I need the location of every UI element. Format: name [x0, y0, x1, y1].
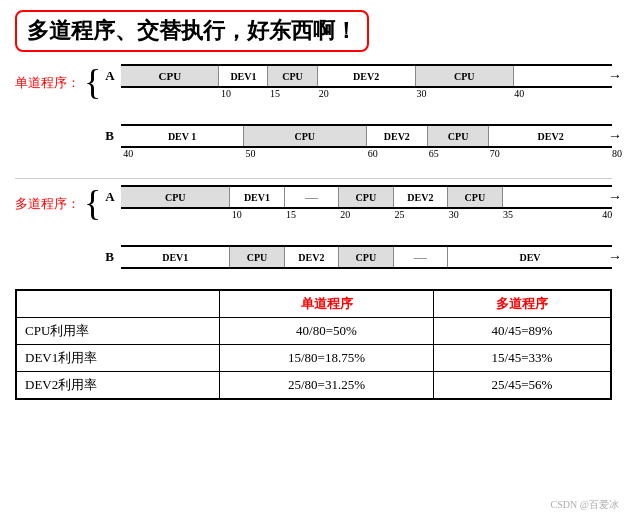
single-label: 单道程序： [15, 64, 80, 92]
val-dev2-multi: 25/45=56% [433, 372, 610, 399]
multi-row-b: B DEV1 CPU DEV2 CPU — DEV → [105, 245, 612, 269]
m-seg-dash-a1: — [285, 187, 339, 207]
m-seg-dev1-b1: DEV1 [121, 247, 230, 267]
seg-cpu-b2: CPU [428, 126, 489, 146]
main-title: 多道程序、交替执行，好东西啊！ [15, 10, 369, 52]
m-tick-25: 25 [395, 209, 405, 220]
multi-brace: { [84, 185, 101, 221]
m-seg-dev1-a1: DEV1 [230, 187, 284, 207]
tick-20: 20 [319, 88, 329, 99]
single-row-a: A CPU DEV1 CPU DEV2 CPU → [105, 64, 612, 102]
m-seg-dev-b2: DEV [448, 247, 612, 267]
seg-dev2-b2: DEV2 [489, 126, 612, 146]
single-row-b: B DEV 1 CPU DEV2 CPU DEV2 → 40 50 [105, 124, 612, 162]
seg-cpu-3: CPU [416, 66, 514, 86]
tick-60: 60 [368, 148, 378, 159]
m-seg-dev2-a1: DEV2 [394, 187, 448, 207]
m-seg-dash-b1: — [394, 247, 448, 267]
tick-70: 70 [490, 148, 500, 159]
tick-15: 15 [270, 88, 280, 99]
m-arrow-a: → [608, 189, 622, 205]
m-tick-35: 35 [503, 209, 513, 220]
m-seg-cpu-b1: CPU [230, 247, 284, 267]
arrow-right-b: → [608, 128, 622, 144]
single-program-section: 单道程序： { A CPU DEV1 CPU DEV2 CPU [15, 64, 612, 168]
seg-dev1-1: DEV1 [219, 66, 268, 86]
m-arrow-b: → [608, 249, 622, 265]
seg-empty-1 [514, 66, 612, 86]
m-tick-15: 15 [286, 209, 296, 220]
m-seg-dev2-b1: DEV2 [285, 247, 339, 267]
seg-cpu-b1: CPU [244, 126, 367, 146]
row-a-label: A [105, 68, 121, 84]
multi-timelines: A CPU DEV1 — CPU DEV2 CPU → [105, 185, 612, 275]
tick-10: 10 [221, 88, 231, 99]
label-dev2: DEV2利用率 [17, 372, 220, 399]
m-seg-cpu-a1: CPU [121, 187, 230, 207]
tick-30: 30 [417, 88, 427, 99]
val-dev1-multi: 15/45=33% [433, 345, 610, 372]
val-dev2-single: 25/80=31.25% [220, 372, 434, 399]
multi-row-b-label: B [105, 249, 121, 265]
m-tick-40: 40 [602, 209, 612, 220]
watermark: CSDN @百爱冰 [551, 498, 619, 512]
label-dev1: DEV1利用率 [17, 345, 220, 372]
multi-row-a-label: A [105, 189, 121, 205]
multi-program-section: 多道程序： { A CPU DEV1 — CPU DEV2 CPU [15, 185, 612, 275]
tick-40b: 40 [123, 148, 133, 159]
comparison-table: 单道程序 多道程序 CPU利用率 40/80=50% 40/45=89% DEV… [16, 290, 611, 399]
th-single: 单道程序 [220, 291, 434, 318]
tick-50: 50 [245, 148, 255, 159]
title-section: 多道程序、交替执行，好东西啊！ [15, 10, 612, 52]
seg-cpu-2: CPU [268, 66, 317, 86]
arrow-right: → [608, 68, 622, 84]
th-multi: 多道程序 [433, 291, 610, 318]
table-row-dev2: DEV2利用率 25/80=31.25% 25/45=56% [17, 372, 611, 399]
th-empty [17, 291, 220, 318]
m-tick-10: 10 [232, 209, 242, 220]
label-cpu: CPU利用率 [17, 318, 220, 345]
multi-row-a: A CPU DEV1 — CPU DEV2 CPU → [105, 185, 612, 223]
m-tick-30: 30 [449, 209, 459, 220]
single-brace: { [84, 64, 101, 100]
comparison-table-wrapper: 单道程序 多道程序 CPU利用率 40/80=50% 40/45=89% DEV… [15, 289, 612, 400]
tick-40a: 40 [514, 88, 524, 99]
val-dev1-single: 15/80=18.75% [220, 345, 434, 372]
m-seg-cpu-a3: CPU [448, 187, 502, 207]
tick-65: 65 [429, 148, 439, 159]
seg-dev2-b1: DEV2 [367, 126, 428, 146]
val-cpu-multi: 40/45=89% [433, 318, 610, 345]
seg-cpu-1: CPU [121, 66, 219, 86]
m-seg-cpu-b2: CPU [339, 247, 393, 267]
seg-dev1-b1: DEV 1 [121, 126, 244, 146]
val-cpu-single: 40/80=50% [220, 318, 434, 345]
single-timelines: A CPU DEV1 CPU DEV2 CPU → [105, 64, 612, 168]
m-seg-cpu-a2: CPU [339, 187, 393, 207]
table-row-cpu: CPU利用率 40/80=50% 40/45=89% [17, 318, 611, 345]
row-b-label: B [105, 128, 121, 144]
m-tick-20: 20 [340, 209, 350, 220]
seg-dev2-1: DEV2 [318, 66, 416, 86]
multi-label: 多道程序： [15, 185, 80, 213]
section-divider [15, 178, 612, 179]
tick-80: 80 [612, 148, 622, 159]
table-row-dev1: DEV1利用率 15/80=18.75% 15/45=33% [17, 345, 611, 372]
m-seg-empty-a1 [503, 187, 612, 207]
